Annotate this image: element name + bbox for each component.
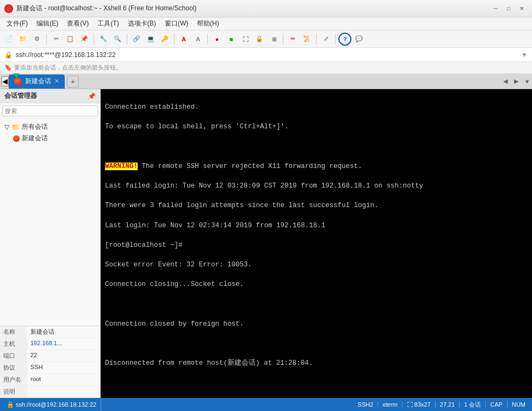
close-button[interactable]: ✕ bbox=[516, 3, 528, 14]
prop-key-desc: 说明 bbox=[0, 386, 27, 397]
toolbar-cut[interactable]: ✂ bbox=[50, 33, 63, 46]
toolbar-sep-8 bbox=[335, 34, 336, 45]
menu-edit[interactable]: 编辑(E) bbox=[32, 18, 63, 29]
tree-folder-all[interactable]: ▽ 📁 所有会话 bbox=[0, 121, 100, 133]
toolbar-sep-6 bbox=[283, 34, 283, 45]
sidebar: 会话管理器 📌 ▽ 📁 所有会话 新建会话 名称 新建会话 主机 bbox=[0, 89, 101, 398]
tab-row: ◀ 新建会话 ✕ + ◀ ▶ ▼ bbox=[0, 74, 532, 89]
term-line-12: Connection closed by foreign host. bbox=[105, 319, 528, 329]
new-tab-button[interactable]: + bbox=[67, 76, 79, 88]
toolbar-expand[interactable]: ⛶ bbox=[239, 33, 252, 46]
status-sessions: 1 会话 bbox=[460, 401, 486, 409]
prop-desc: 说明 bbox=[0, 386, 100, 398]
term-line-13 bbox=[105, 339, 528, 348]
menu-file[interactable]: 文件(F) bbox=[2, 18, 32, 29]
toolbar-font[interactable]: A bbox=[177, 33, 190, 46]
toolbar-new[interactable]: 📄 bbox=[2, 33, 15, 46]
toolbar-sep-2 bbox=[94, 34, 94, 45]
prop-key-port: 端口 bbox=[0, 350, 27, 362]
sidebar-title: 会话管理器 bbox=[4, 91, 37, 101]
toolbar-sep-3 bbox=[127, 34, 127, 45]
tab-scroll-right[interactable]: ▶ bbox=[511, 76, 521, 88]
toolbar-session[interactable]: 💻 bbox=[144, 33, 157, 46]
tree-item-new-session[interactable]: 新建会话 bbox=[0, 133, 100, 144]
prop-val-desc bbox=[27, 386, 100, 397]
term-warning-1: WARNING! bbox=[105, 163, 138, 170]
toolbar-monitor[interactable]: 🖥 bbox=[267, 33, 280, 46]
term-line-11 bbox=[105, 300, 528, 309]
toolbar-green[interactable]: ■ bbox=[225, 33, 238, 46]
toolbar-lock[interactable]: 🔒 bbox=[253, 33, 266, 46]
sidebar-search-input[interactable] bbox=[2, 105, 98, 116]
term-line-9: Socket error Event: 32 Error: 10053. bbox=[105, 260, 528, 270]
menu-help[interactable]: 帮助(H) bbox=[193, 18, 224, 29]
toolbar-pencil[interactable]: ✏ bbox=[286, 33, 299, 46]
tab-new-session[interactable]: 新建会话 ✕ bbox=[9, 74, 65, 89]
prop-key-protocol: 协议 bbox=[0, 362, 27, 373]
prop-val-protocol: SSH bbox=[27, 362, 100, 373]
status-number: 27.21 bbox=[436, 401, 460, 408]
status-lock-icon: 🔒 bbox=[7, 401, 14, 408]
tab-prev-btn[interactable]: ◀ bbox=[1, 76, 9, 86]
maximize-button[interactable]: □ bbox=[503, 3, 515, 14]
toolbar-key[interactable]: 🔑 bbox=[158, 33, 171, 46]
prop-username: 用户名 root bbox=[0, 374, 100, 386]
prop-protocol: 协议 SSH bbox=[0, 362, 100, 374]
tab-close-btn[interactable]: ✕ bbox=[54, 78, 59, 85]
tab-label: 新建会话 bbox=[25, 77, 51, 86]
bookmark-icon: 🔖 bbox=[4, 64, 12, 71]
folder-icon: 📁 bbox=[11, 123, 20, 131]
toolbar: 📄 📁 ⚙ ✂ 📋 📌 🔧 🔍 🔗 💻 🔑 A A ● ■ ⛶ 🔒 🖥 ✏ 📜 … bbox=[0, 30, 532, 48]
tab-scroll-left[interactable]: ◀ bbox=[500, 76, 510, 88]
terminal-area[interactable]: Connection established. To escape to loc… bbox=[101, 89, 532, 398]
term-line-5: Last failed login: Tue Nov 12 03:28:09 C… bbox=[105, 181, 528, 191]
toolbar-copy[interactable]: 📋 bbox=[64, 33, 77, 46]
menu-tools[interactable]: 工具(T) bbox=[93, 18, 123, 29]
prop-val-host: 192.168.1... bbox=[27, 338, 100, 350]
toolbar-chat[interactable]: 💬 bbox=[352, 33, 366, 46]
menu-window[interactable]: 窗口(W) bbox=[160, 18, 193, 29]
toolbar-search[interactable]: 🔍 bbox=[111, 33, 124, 46]
bookmark-bar: 🔖 要添加当前会话，点击左侧的箭头按钮。 bbox=[0, 62, 532, 74]
toolbar-script[interactable]: 📜 bbox=[300, 33, 313, 46]
prop-val-port: 22 bbox=[27, 350, 100, 362]
tab-nav: ◀ ▶ ▼ bbox=[500, 76, 532, 88]
toolbar-btn1[interactable]: ⚙ bbox=[30, 33, 44, 46]
term-line-2: To escape to local shell, press 'Ctrl+Al… bbox=[105, 122, 528, 132]
toolbar-sep-7 bbox=[316, 34, 317, 45]
tab-session-icon bbox=[14, 78, 22, 85]
toolbar-sep-5 bbox=[207, 34, 208, 45]
address-dropdown[interactable]: ▼ bbox=[521, 51, 528, 59]
prop-host: 主机 192.168.1... bbox=[0, 338, 100, 350]
status-bar: 🔒 ssh://root@192.168.18.132:22 SSH2 xter… bbox=[0, 398, 532, 411]
menu-view[interactable]: 查看(V) bbox=[63, 18, 93, 29]
minimize-button[interactable]: ─ bbox=[490, 3, 502, 14]
tab-arrow bbox=[13, 73, 20, 78]
toolbar-help[interactable]: ? bbox=[338, 33, 351, 46]
toolbar-resize[interactable]: ⤢ bbox=[319, 33, 332, 46]
title-bar: 新建会话 - root@localhost:~ - Xshell 6 (Free… bbox=[0, 0, 532, 17]
prop-val-username: root bbox=[27, 374, 100, 385]
app-icon bbox=[4, 4, 13, 13]
toolbar-open[interactable]: 📁 bbox=[16, 33, 29, 46]
term-line-10: Connection closing...Socket close. bbox=[105, 279, 528, 289]
toolbar-font2[interactable]: A bbox=[191, 33, 205, 46]
status-size-text: 83x27 bbox=[415, 401, 431, 408]
toolbar-connect[interactable]: 🔗 bbox=[130, 33, 143, 46]
status-encoding: xterm bbox=[378, 401, 403, 408]
toolbar-props[interactable]: 🔧 bbox=[97, 33, 110, 46]
folder-expand-icon: ▽ bbox=[4, 123, 9, 131]
sidebar-header: 会话管理器 📌 bbox=[0, 89, 100, 103]
prop-port: 端口 22 bbox=[0, 350, 100, 362]
menu-tabs[interactable]: 选项卡(B) bbox=[123, 18, 160, 29]
toolbar-paste[interactable]: 📌 bbox=[78, 33, 91, 46]
term-line-6: There were 3 failed login attempts since… bbox=[105, 201, 528, 210]
toolbar-red[interactable]: ● bbox=[211, 33, 224, 46]
pin-icon[interactable]: 📌 bbox=[88, 92, 96, 100]
tab-menu[interactable]: ▼ bbox=[522, 76, 532, 88]
address-text: ssh://root:****@192.168.18.132:22 bbox=[16, 51, 518, 59]
term-line-14: Disconnected from remote host(新建会话) at 2… bbox=[105, 358, 528, 368]
status-cap: CAP bbox=[486, 401, 508, 408]
lock-icon: 🔒 bbox=[4, 51, 13, 59]
properties-panel: 名称 新建会话 主机 192.168.1... 端口 22 协议 SSH 用户名… bbox=[0, 326, 100, 398]
